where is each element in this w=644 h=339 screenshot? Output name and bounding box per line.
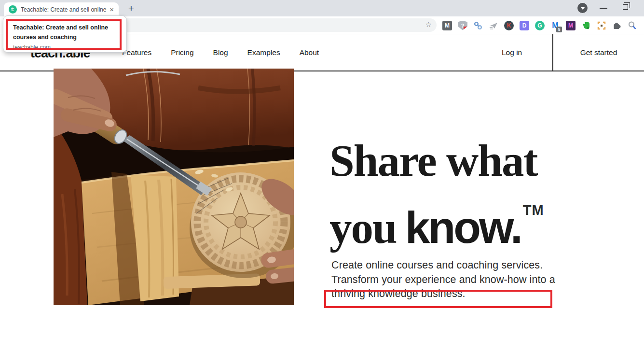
hero-image-wood-carving	[54, 69, 294, 305]
chevron-down-circle-icon[interactable]	[577, 3, 588, 13]
nav-item-about[interactable]: About	[300, 48, 319, 57]
mail-send-extension-icon[interactable]	[489, 21, 498, 30]
magnifier-icon[interactable]	[628, 21, 637, 30]
grammarly-extension-icon[interactable]: G	[535, 21, 545, 30]
link-chain-extension-icon[interactable]	[473, 21, 483, 30]
trademark-mark: TM	[523, 202, 544, 218]
evernote-extension-icon[interactable]	[581, 21, 591, 30]
get-started-button[interactable]: Get started	[553, 34, 644, 71]
main-nav: Features Pricing Blog Examples About	[122, 34, 319, 71]
m-extension-icon[interactable]: M	[442, 21, 452, 30]
d-extension-icon[interactable]: D	[520, 21, 529, 30]
hero-tagline: Create online courses and coaching servi…	[331, 258, 555, 273]
log-in-link[interactable]: Log in	[502, 34, 522, 71]
tooltip-annotation-red-box: Teachable: Create and sell online course…	[6, 19, 122, 50]
headline-you: you	[329, 203, 397, 253]
screenshot-frame-extension-icon[interactable]	[597, 21, 606, 30]
tab-close-icon[interactable]: ×	[108, 5, 116, 14]
motion-extension-icon[interactable]: M	[566, 21, 575, 30]
bookmark-star-icon[interactable]: ☆	[425, 20, 432, 29]
tagline-annotation-red-box	[324, 290, 552, 308]
browser-tab-strip: t: Teachable: Create and sell online × +	[0, 0, 644, 16]
teachable-favicon-icon: t:	[9, 5, 17, 14]
extensions-puzzle-icon[interactable]	[612, 21, 622, 30]
tooltip-title: Teachable: Create and sell online course…	[13, 23, 112, 42]
headline-line1: Share what	[329, 136, 537, 185]
hero-subtext-line2: Transform your experience and know-how i…	[331, 273, 555, 287]
m-blue-badge: 5	[556, 27, 562, 32]
extension-row: M ? 1 K D G M 5 M	[442, 18, 637, 33]
headline-know: know.	[405, 202, 521, 253]
privacy-shield-extension-icon[interactable]: ? 1	[458, 21, 467, 30]
tooltip-url: teachable.com	[13, 42, 120, 50]
tab-title: Teachable: Create and sell online	[21, 6, 108, 13]
nav-item-blog[interactable]: Blog	[213, 48, 228, 57]
window-minimize-button[interactable]	[600, 8, 607, 9]
shield-badge: 1	[464, 27, 469, 32]
new-tab-button[interactable]: +	[124, 1, 138, 15]
malwarebytes-extension-icon[interactable]: M 5	[550, 21, 560, 30]
hero-headline: Share whatyouknow.TM	[329, 136, 544, 253]
browser-tab[interactable]: t: Teachable: Create and sell online ×	[4, 2, 119, 16]
keepa-extension-icon[interactable]: K	[504, 21, 514, 30]
nav-item-examples[interactable]: Examples	[247, 48, 280, 57]
window-restore-button[interactable]	[623, 4, 628, 10]
nav-item-pricing[interactable]: Pricing	[171, 48, 193, 57]
tab-hover-tooltip: Teachable: Create and sell online course…	[3, 15, 127, 53]
